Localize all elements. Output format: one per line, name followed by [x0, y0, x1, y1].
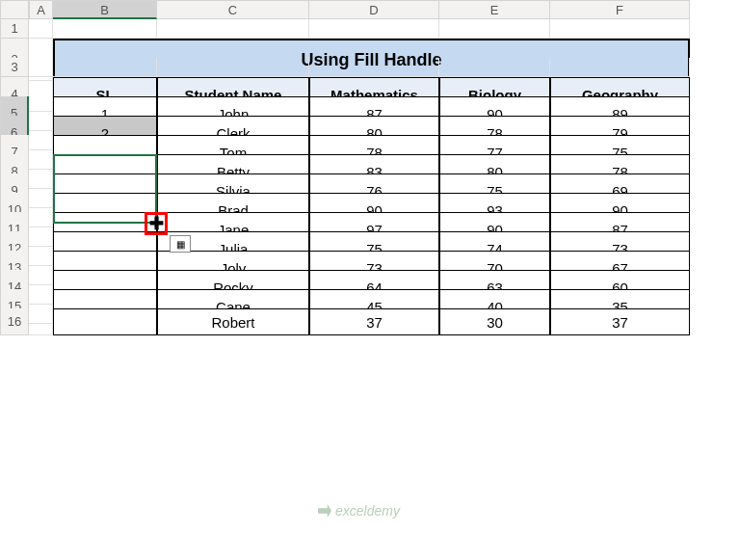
cell-d3[interactable]	[309, 58, 439, 77]
col-header-d[interactable]: D	[309, 0, 439, 19]
cell-a3[interactable]	[29, 58, 53, 77]
cell-e16[interactable]: 30	[439, 308, 550, 335]
cell-b3[interactable]	[53, 58, 157, 77]
watermark: exceldemy	[318, 503, 400, 519]
row-header-3[interactable]: 3	[0, 58, 29, 77]
plus-cursor-icon: ✚	[149, 215, 164, 232]
cell-f3[interactable]	[550, 58, 690, 77]
col-header-f[interactable]: F	[550, 0, 690, 19]
cell-b1[interactable]	[53, 19, 157, 39]
cell-d16[interactable]: 37	[309, 308, 439, 335]
cell-e1[interactable]	[439, 19, 550, 39]
cell-c1[interactable]	[157, 19, 309, 39]
cell-c3[interactable]	[157, 58, 309, 77]
cell-d1[interactable]	[309, 19, 439, 39]
fill-handle-cursor[interactable]: ✚	[145, 212, 168, 235]
autofill-options-icon: ▦	[176, 239, 185, 250]
spreadsheet-grid[interactable]: A B C D E F 1 2 Using Fill Handle 3 4 SL…	[0, 0, 739, 328]
watermark-arrow-icon	[318, 504, 331, 518]
cell-c16[interactable]: Robert	[157, 308, 309, 335]
cell-f1[interactable]	[550, 19, 690, 39]
cell-e3[interactable]	[439, 58, 550, 77]
col-header-a[interactable]: A	[29, 0, 53, 19]
col-header-e[interactable]: E	[439, 0, 550, 19]
col-header-c[interactable]: C	[157, 0, 309, 19]
cell-b16[interactable]	[53, 308, 157, 335]
cell-a16[interactable]	[29, 308, 53, 335]
watermark-text: exceldemy	[335, 503, 400, 519]
select-all-corner[interactable]	[0, 0, 29, 19]
cell-a1[interactable]	[29, 19, 53, 39]
col-header-b[interactable]: B	[53, 0, 157, 19]
cell-f16[interactable]: 37	[550, 308, 690, 335]
row-header-16[interactable]: 16	[0, 308, 29, 335]
row-header-1[interactable]: 1	[0, 19, 29, 39]
autofill-options-button[interactable]: ▦	[170, 235, 191, 253]
